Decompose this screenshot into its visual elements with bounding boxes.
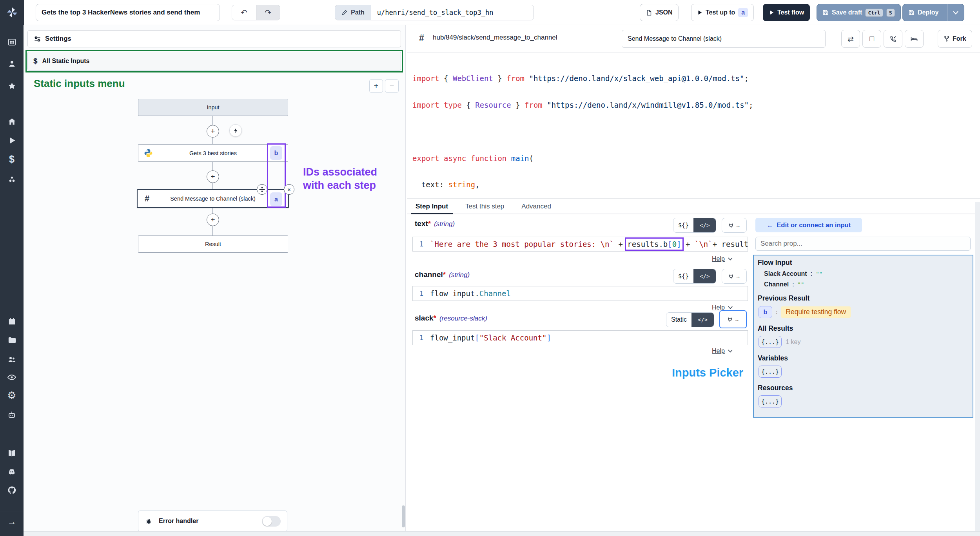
tab-advanced[interactable]: Advanced [521, 199, 551, 214]
zoom-in-button[interactable]: + [369, 79, 383, 93]
save-icon [822, 9, 829, 16]
windmill-logo-icon[interactable] [0, 0, 24, 25]
picker-panel: Flow Input Slack Account : "" Channel : … [753, 255, 973, 418]
undo-button[interactable]: ↶ [232, 5, 256, 20]
bottom-scroll-track[interactable] [24, 531, 980, 536]
flow-input-row-channel[interactable]: Channel : "" [764, 281, 967, 288]
flow-node-step-b[interactable]: Gets 3 best stories [138, 144, 288, 162]
flow-settings-button[interactable]: Settings [27, 30, 401, 47]
sidebar-item-home[interactable] [0, 117, 24, 126]
code-editor[interactable]: import { WebClient } from "https://deno.… [407, 53, 980, 199]
channel-expression-editor[interactable]: 1 flow_input.Channel [412, 286, 748, 301]
shortcut-s-key: S [886, 9, 895, 17]
trigger-button[interactable] [229, 124, 242, 137]
sidebar-item-user[interactable] [0, 59, 24, 68]
github-icon [7, 485, 16, 495]
sidebar-item-discord[interactable] [0, 467, 24, 476]
test-flow-button[interactable]: Test flow [763, 4, 810, 21]
sidebar-item-apps[interactable] [0, 38, 24, 47]
previous-result-step-badge[interactable]: b [759, 306, 772, 318]
expand-sidebar-button[interactable]: → [0, 517, 24, 526]
tab-step-input[interactable]: Step Input [416, 199, 448, 214]
slack-expression-editor[interactable]: 1 flow_input["Slack Account"] [412, 330, 748, 345]
search-prop-input[interactable] [755, 237, 971, 251]
discord-icon [7, 467, 16, 476]
insert-step-button[interactable]: + [207, 214, 219, 226]
suspend-button[interactable] [884, 30, 902, 48]
resources-object-chip[interactable]: {...} [759, 395, 782, 407]
all-results-object-chip[interactable]: {...} [759, 336, 782, 348]
slack-mode-js[interactable]: </> [691, 313, 714, 327]
path-value[interactable]: u/henri/send_to_slack_top3_hn [371, 5, 534, 20]
result-node-label: Result [205, 241, 221, 247]
sidebar-item-audit[interactable] [0, 373, 24, 382]
sidebar-item-runs[interactable] [0, 136, 24, 145]
test-up-to-button[interactable]: Test up to a [691, 4, 754, 21]
flow-node-result[interactable]: Result [138, 235, 288, 253]
slack-mode-static[interactable]: Static [666, 313, 691, 327]
text-help-link[interactable]: Help [712, 255, 733, 263]
sidebar-item-favorites[interactable] [0, 81, 24, 91]
insert-step-button[interactable]: + [207, 125, 219, 138]
tab-test-this-step[interactable]: Test this step [465, 199, 504, 214]
step-a-id-badge[interactable]: a [270, 192, 282, 206]
variables-title: Variables [758, 354, 967, 362]
sidebar-item-schedules[interactable] [0, 317, 24, 326]
all-static-inputs-button[interactable]: $ All Static Inputs [27, 52, 401, 71]
text-mode-js[interactable]: </> [693, 218, 716, 232]
sidebar-item-workers[interactable] [0, 410, 24, 420]
text-connect-button[interactable]: → [722, 218, 747, 233]
edit-or-connect-button[interactable]: ← Edit or connect an input [755, 218, 862, 232]
sidebar-item-docs[interactable] [0, 449, 24, 458]
sidebar-item-github[interactable] [0, 485, 24, 495]
variables-object-chip[interactable]: {...} [759, 366, 782, 378]
hub-script-path[interactable]: hub/849/slack/send_message_to_channel [433, 34, 557, 42]
sidebar-item-variables[interactable]: $ [0, 154, 24, 164]
flow-input-title: Flow Input [758, 259, 967, 267]
play-icon [769, 10, 774, 15]
sidebar-item-groups[interactable] [0, 355, 24, 364]
swap-script-button[interactable]: ⇄ [841, 30, 860, 48]
right-scrollbar-track[interactable] [975, 202, 980, 531]
path-chip[interactable]: Path [335, 5, 371, 20]
sidebar-item-settings[interactable]: ⚙ [0, 391, 24, 400]
slack-hash-icon: # [145, 194, 149, 204]
step-b-id-badge[interactable]: b [270, 146, 282, 160]
flow-name-input[interactable] [36, 4, 220, 21]
flow-panel-scrollbar[interactable] [402, 505, 405, 527]
require-testing-flow-note[interactable]: Require testing flow [781, 306, 851, 318]
sidebar-item-resources[interactable] [0, 175, 24, 184]
sidebar-item-folders[interactable] [0, 336, 24, 345]
text-expression-editor[interactable]: 1 `Here are the 3 most popular stories: … [412, 237, 748, 252]
step-summary-input[interactable] [622, 30, 826, 48]
all-results-row: {...} 1 key [759, 336, 967, 348]
channel-mode-js[interactable]: </> [693, 269, 716, 283]
flow-node-input[interactable]: Input [138, 99, 288, 116]
slack-connect-button[interactable]: → [721, 312, 745, 326]
redo-button[interactable]: ↷ [256, 5, 280, 20]
delete-step-button[interactable]: × [284, 184, 294, 195]
arrow-right-icon: → [735, 223, 740, 228]
channel-mode-template[interactable]: ${} [673, 269, 693, 283]
insert-step-button[interactable]: + [207, 170, 219, 183]
annotation-ids-text: IDs associated with each step [303, 165, 377, 192]
text-mode-template[interactable]: ${} [673, 218, 693, 232]
phone-incoming-icon [889, 35, 897, 43]
fork-button[interactable]: Fork [938, 30, 972, 48]
deploy-button[interactable]: Deploy [902, 4, 964, 21]
flow-input-row-slack-account[interactable]: Slack Account : "" [764, 270, 967, 277]
move-step-handle[interactable] [257, 184, 267, 195]
sleep-button[interactable] [905, 30, 924, 48]
slack-help-link[interactable]: Help [712, 348, 733, 355]
save-draft-button[interactable]: Save draft Ctrl S [817, 4, 901, 21]
test-up-to-step-badge[interactable]: a [738, 8, 748, 17]
json-button[interactable]: JSON [640, 4, 679, 21]
zoom-out-button[interactable]: − [385, 79, 399, 93]
error-handler-toggle[interactable] [262, 516, 281, 527]
deploy-dropdown-button[interactable] [947, 4, 964, 21]
fork-label: Fork [953, 35, 966, 42]
channel-connect-button[interactable]: → [722, 269, 747, 284]
error-handler-row: Error handler [138, 511, 287, 531]
settings-label: Settings [45, 35, 71, 43]
stop-after-if-button[interactable]: □ [862, 30, 881, 48]
